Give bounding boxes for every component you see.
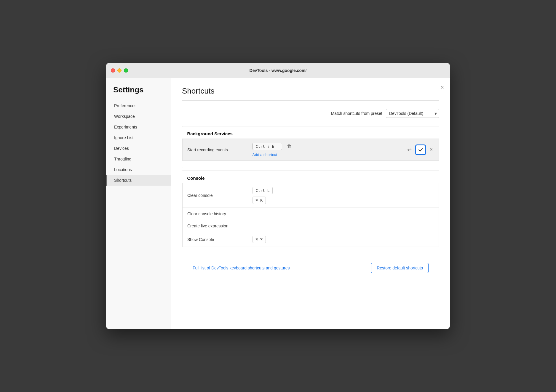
show-console-actions xyxy=(392,232,439,247)
key-badge-cmd-k: ⌘ K xyxy=(253,197,266,204)
delete-shortcut-button[interactable]: 🗑 xyxy=(285,142,294,150)
confirm-button[interactable] xyxy=(415,144,426,155)
key-row-1: Ctrl ⇧ E 🗑 xyxy=(253,142,353,150)
close-button[interactable] xyxy=(111,68,115,73)
clear-console-history-row: Clear console history xyxy=(183,208,439,220)
footer: Full list of DevTools keyboard shortcuts… xyxy=(182,257,439,279)
keyboard-shortcuts-link[interactable]: Full list of DevTools keyboard shortcuts… xyxy=(193,266,290,270)
clear-console-key-row-2: ⌘ K xyxy=(253,197,388,204)
preset-select[interactable]: DevTools (Default) Visual Studio Code xyxy=(386,109,439,118)
content-area: Settings Preferences Workspace Experimen… xyxy=(106,78,450,329)
background-services-table: Background Services Start recording even… xyxy=(182,126,439,161)
edit-actions-cell: ↩ × xyxy=(358,139,439,161)
clear-console-history-actions xyxy=(392,208,439,220)
create-live-expression-row: Create live expression xyxy=(183,220,439,232)
console-table: Console Clear console Ctrl L xyxy=(182,171,439,247)
clear-console-key-area: Ctrl L ⌘ K xyxy=(253,187,388,204)
minimize-button[interactable] xyxy=(117,68,122,73)
main-content: × Shortcuts Match shortcuts from preset … xyxy=(171,78,450,329)
cancel-edit-button[interactable]: × xyxy=(428,145,434,154)
create-live-expression-keys xyxy=(248,220,392,232)
clear-console-history-keys xyxy=(248,208,392,220)
sidebar: Settings Preferences Workspace Experimen… xyxy=(106,78,171,329)
preset-row: Match shortcuts from preset DevTools (De… xyxy=(182,109,439,118)
clear-console-history-label: Clear console history xyxy=(183,208,248,220)
show-console-row: Show Console ⌘ ⌥ xyxy=(183,232,439,247)
settings-close-button[interactable]: × xyxy=(440,84,444,91)
edit-action-buttons: ↩ × xyxy=(363,144,434,155)
background-services-title: Background Services xyxy=(187,131,233,136)
checkmark-icon xyxy=(418,147,423,152)
start-recording-label: Start recording events xyxy=(183,139,248,161)
sidebar-item-locations[interactable]: Locations xyxy=(106,164,171,175)
sidebar-item-shortcuts[interactable]: Shortcuts xyxy=(106,175,171,186)
clear-console-keys: Ctrl L ⌘ K xyxy=(248,183,392,208)
devtools-window: DevTools - www.google.com/ Settings Pref… xyxy=(106,63,450,329)
titlebar: DevTools - www.google.com/ xyxy=(106,63,450,78)
sidebar-item-ignore-list[interactable]: Ignore List xyxy=(106,132,171,143)
preset-select-wrapper: DevTools (Default) Visual Studio Code xyxy=(386,109,439,118)
console-section: Console Clear console Ctrl L xyxy=(182,171,439,254)
page-title: Shortcuts xyxy=(182,86,439,96)
undo-button[interactable]: ↩ xyxy=(406,145,413,154)
start-recording-row: Start recording events Ctrl ⇧ E 🗑 A xyxy=(183,139,439,161)
maximize-button[interactable] xyxy=(124,68,128,73)
sidebar-item-workspace[interactable]: Workspace xyxy=(106,111,171,122)
clear-console-actions xyxy=(392,183,439,208)
sidebar-heading: Settings xyxy=(106,85,171,100)
key-badge-ctrl-l: Ctrl L xyxy=(253,187,273,194)
key-badge-show-console: ⌘ ⌥ xyxy=(253,236,266,243)
sidebar-item-experiments[interactable]: Experiments xyxy=(106,122,171,132)
sidebar-item-devices[interactable]: Devices xyxy=(106,143,171,154)
key-area: Ctrl ⇧ E 🗑 Add a shortcut xyxy=(253,142,353,157)
show-console-key-row: ⌘ ⌥ xyxy=(253,236,388,243)
start-recording-keys: Ctrl ⇧ E 🗑 Add a shortcut xyxy=(248,139,358,161)
traffic-lights xyxy=(111,68,128,73)
clear-console-label: Clear console xyxy=(183,183,248,208)
add-shortcut-link[interactable]: Add a shortcut xyxy=(253,152,277,157)
clear-console-key-row-1: Ctrl L xyxy=(253,187,388,194)
show-console-label: Show Console xyxy=(183,232,248,247)
show-console-keys: ⌘ ⌥ xyxy=(248,232,392,247)
create-live-expression-label: Create live expression xyxy=(183,220,248,232)
create-live-expression-actions xyxy=(392,220,439,232)
console-title: Console xyxy=(187,176,205,181)
restore-defaults-button[interactable]: Restore default shortcuts xyxy=(371,263,429,273)
sidebar-item-preferences[interactable]: Preferences xyxy=(106,100,171,111)
background-services-header-row: Background Services xyxy=(183,126,439,139)
window-title: DevTools - www.google.com/ xyxy=(250,68,307,73)
console-header-row: Console xyxy=(183,171,439,183)
sidebar-item-throttling[interactable]: Throttling xyxy=(106,154,171,164)
key-badge-ctrl-shift-e: Ctrl ⇧ E xyxy=(253,143,282,150)
background-services-section: Background Services Start recording even… xyxy=(182,126,439,168)
add-shortcut-row: Add a shortcut xyxy=(253,152,353,157)
title-divider xyxy=(182,100,439,101)
clear-console-row: Clear console Ctrl L ⌘ K xyxy=(183,183,439,208)
preset-label: Match shortcuts from preset xyxy=(331,111,382,116)
